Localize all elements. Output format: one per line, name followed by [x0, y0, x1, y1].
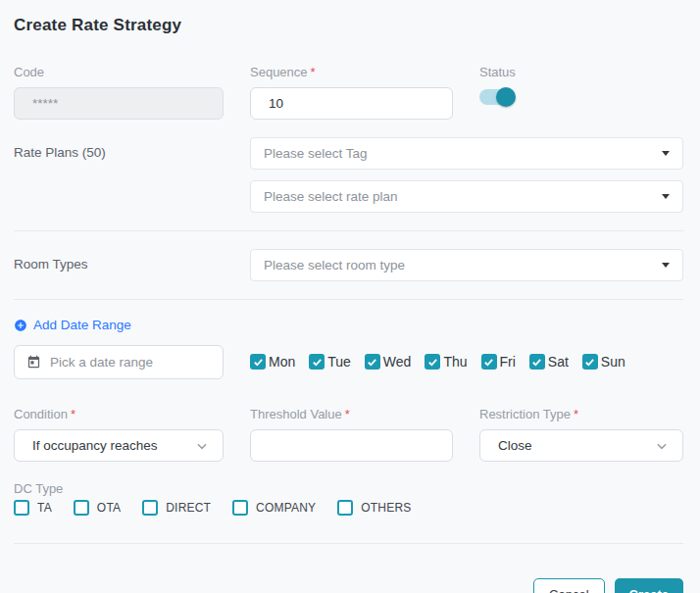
dc-type-label: DC Type: [14, 481, 683, 496]
plus-circle-icon: [14, 319, 27, 332]
day-option-thu[interactable]: Thu: [425, 354, 467, 370]
add-date-range-link[interactable]: Add Date Range: [14, 318, 131, 332]
condition-select[interactable]: If occupancy reaches: [14, 429, 224, 462]
day-option-wed[interactable]: Wed: [365, 354, 412, 370]
dc-label-ota: OTA: [97, 501, 121, 515]
condition-label: Condition: [14, 407, 68, 421]
day-checkbox-wed[interactable]: [365, 354, 380, 370]
check-icon: [427, 357, 438, 368]
day-checkbox-sun[interactable]: [582, 354, 598, 370]
check-icon: [584, 357, 595, 368]
rate-plans-selects: Please select Tag Please select rate pla…: [250, 137, 683, 213]
row-date-days: Pick a date range MonTueWedThuFriSatSun: [14, 345, 683, 379]
day-label-thu: Thu: [443, 354, 467, 370]
dc-label-company: COMPANY: [256, 501, 316, 515]
status-toggle[interactable]: [479, 87, 517, 107]
day-checkbox-thu[interactable]: [425, 354, 440, 370]
tag-select-placeholder: Please select Tag: [264, 146, 368, 161]
required-asterisk: *: [345, 407, 350, 421]
check-icon: [367, 357, 377, 368]
date-range-placeholder: Pick a date range: [50, 355, 153, 370]
check-icon: [253, 357, 264, 368]
restriction-type-label: Restriction Type: [479, 407, 571, 421]
create-button[interactable]: Create: [615, 578, 683, 593]
dc-label-others: OTHERS: [361, 501, 411, 515]
status-label: Status: [479, 65, 683, 79]
restriction-field-group: Restriction Type* Close: [479, 407, 683, 462]
room-types-label: Room Types: [14, 249, 224, 272]
dc-checkbox-others[interactable]: [337, 500, 353, 516]
day-checkbox-fri[interactable]: [481, 354, 497, 370]
threshold-field-group: Threshold Value*: [250, 407, 453, 462]
dc-option-others[interactable]: OTHERS: [337, 500, 411, 516]
rate-plans-label: Rate Plans (50): [14, 137, 224, 160]
dc-option-ta[interactable]: TA: [14, 500, 52, 516]
status-field-group: Status: [479, 65, 683, 107]
day-label-wed: Wed: [383, 354, 412, 370]
create-rate-strategy-form: Create Rate Strategy Code Sequence* Stat…: [0, 0, 700, 593]
check-icon: [483, 357, 494, 368]
room-type-select-placeholder: Please select room type: [264, 258, 405, 272]
day-checkbox-mon[interactable]: [250, 354, 266, 370]
divider: [14, 299, 683, 300]
chevron-down-icon: [655, 439, 669, 453]
day-label-sun: Sun: [601, 354, 625, 370]
day-option-mon[interactable]: Mon: [250, 354, 295, 370]
code-label: Code: [14, 65, 224, 79]
page-title: Create Rate Strategy: [14, 16, 683, 35]
day-option-fri[interactable]: Fri: [481, 354, 516, 370]
day-label-tue: Tue: [327, 354, 351, 370]
sequence-field-group: Sequence*: [250, 65, 453, 120]
chevron-down-icon: [195, 439, 209, 453]
dc-type-group: DC Type TAOTADIRECTCOMPANYOTHERS: [14, 481, 683, 516]
dc-label-direct: DIRECT: [166, 501, 211, 515]
day-checkbox-tue[interactable]: [309, 354, 325, 370]
rate-plan-select[interactable]: Please select rate plan: [250, 180, 683, 213]
divider: [14, 230, 683, 231]
threshold-label: Threshold Value: [250, 407, 342, 421]
sequence-label: Sequence: [250, 65, 308, 79]
day-label-mon: Mon: [269, 354, 295, 370]
sequence-field[interactable]: [250, 87, 453, 120]
dc-checkbox-direct[interactable]: [142, 500, 158, 516]
check-icon: [312, 357, 323, 368]
dc-checkbox-ta[interactable]: [14, 500, 29, 516]
row-rate-plans: Rate Plans (50) Please select Tag Please…: [14, 137, 683, 213]
room-type-select[interactable]: Please select room type: [250, 249, 683, 281]
day-option-sat[interactable]: Sat: [529, 354, 569, 370]
dc-checkbox-ota[interactable]: [74, 500, 89, 516]
dc-option-company[interactable]: COMPANY: [232, 500, 316, 516]
dc-label-ta: TA: [37, 501, 52, 515]
required-asterisk: *: [574, 407, 578, 421]
dc-option-ota[interactable]: OTA: [74, 500, 121, 516]
cancel-button[interactable]: Cancel: [533, 578, 604, 593]
dropdown-caret-icon: [662, 263, 670, 268]
add-date-range-label: Add Date Range: [33, 318, 131, 332]
threshold-field[interactable]: [250, 429, 453, 462]
condition-select-value: If occupancy reaches: [32, 438, 158, 453]
dc-checkbox-company[interactable]: [232, 500, 248, 516]
code-field: [14, 87, 224, 120]
row-room-types: Room Types Please select room type: [14, 249, 683, 281]
required-asterisk: *: [71, 407, 75, 421]
required-asterisk: *: [311, 65, 316, 79]
date-range-picker[interactable]: Pick a date range: [14, 345, 224, 379]
code-field-group: Code: [14, 65, 224, 120]
dc-options-row: TAOTADIRECTCOMPANYOTHERS: [14, 500, 683, 516]
dropdown-caret-icon: [662, 194, 670, 199]
days-row: MonTueWedThuFriSatSun: [250, 345, 683, 370]
condition-field-group: Condition* If occupancy reaches: [14, 407, 224, 462]
tag-select[interactable]: Please select Tag: [250, 137, 683, 170]
day-label-fri: Fri: [500, 354, 516, 370]
day-checkbox-sat[interactable]: [529, 354, 545, 370]
dc-option-direct[interactable]: DIRECT: [142, 500, 211, 516]
calendar-icon: [26, 355, 41, 370]
day-option-sun[interactable]: Sun: [582, 354, 625, 370]
footer-actions: Cancel Create: [14, 562, 683, 593]
day-option-tue[interactable]: Tue: [309, 354, 351, 370]
restriction-type-select[interactable]: Close: [479, 429, 683, 462]
day-label-sat: Sat: [548, 354, 569, 370]
row-condition: Condition* If occupancy reaches Threshol…: [14, 407, 683, 462]
toggle-knob: [496, 87, 516, 107]
check-icon: [531, 357, 542, 368]
